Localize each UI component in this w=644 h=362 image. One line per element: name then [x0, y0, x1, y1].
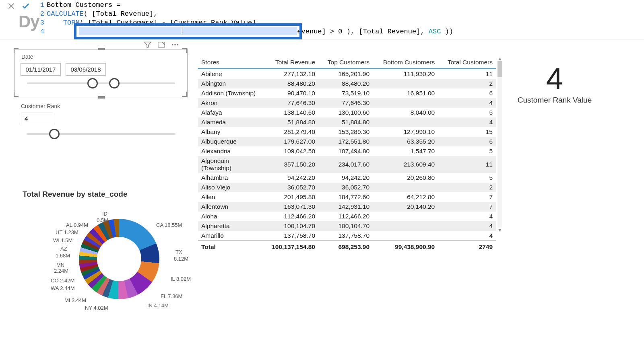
donut-label-az-a: AZ	[60, 246, 67, 252]
donut-label-co: CO 2.42M	[51, 278, 74, 284]
customer-rank-card[interactable]: 4 Customer Rank Value	[514, 64, 595, 105]
table-row[interactable]: Abington88,480.2088,480.202	[198, 79, 496, 88]
kpi-label: Customer Rank Value	[514, 96, 595, 105]
text-cursor	[182, 27, 182, 35]
data-table[interactable]: Stores Total Revenue Top Customers Botto…	[198, 56, 496, 252]
resize-corner-tl[interactable]	[14, 48, 20, 55]
resize-corner-bl[interactable]	[14, 92, 20, 98]
revenue-by-state-chart: Total Revenue by state_code CA 18.55M TX…	[14, 188, 188, 323]
donut-label-mi: MI 3.44M	[64, 297, 86, 303]
date-thumb-start[interactable]	[87, 78, 98, 88]
donut-label-id-b: 0.5M	[97, 217, 108, 223]
col-total-customers[interactable]: Total Customers	[438, 56, 496, 69]
resize-handle-top[interactable]	[98, 48, 105, 50]
svg-point-1	[172, 44, 173, 45]
formula-bar: Dy 1Bottom Customers = 2CALCULATE( [Tota…	[0, 0, 644, 39]
table-row[interactable]: Alexandria109,042.50107,494.801,547.705	[198, 146, 496, 156]
scroll-down-icon[interactable]: ▼	[497, 228, 502, 232]
resize-handle-bottom[interactable]	[98, 96, 105, 99]
customer-rank-slicer: Customer Rank 4	[14, 101, 188, 135]
scroll-thumb[interactable]	[497, 61, 502, 77]
donut-label-fl: FL 7.36M	[161, 293, 182, 299]
donut-label-in: IN 4.14M	[147, 302, 169, 309]
annotation-box	[74, 23, 302, 39]
table-row[interactable]: Allen201,495.80184,772.6064,212.807	[198, 192, 496, 202]
resize-corner-br[interactable]	[182, 92, 188, 98]
resize-corner-tr[interactable]	[182, 48, 188, 55]
donut-hole	[97, 237, 141, 281]
donut-label-az-b: 1.68M	[56, 253, 70, 259]
svg-point-3	[177, 44, 179, 45]
filter-icon[interactable]	[143, 40, 152, 49]
table-total-row: Total 100,137,154.80 698,253.90 99,438,9…	[198, 241, 496, 252]
scroll-up-icon[interactable]: ▲	[497, 56, 502, 61]
table-row[interactable]: Addison (Township)90,470.1073,519.1016,9…	[198, 88, 496, 98]
donut-label-il: IL 8.02M	[171, 276, 191, 282]
table-row[interactable]: Alafaya138,140.60130,100.608,040.005	[198, 108, 496, 117]
donut-label-al: AL 0.94M	[66, 222, 88, 228]
table-row[interactable]: Algonquin (Township)357,150.20234,017.60…	[198, 156, 496, 173]
donut-label-wi: WI 1.5M	[53, 237, 72, 243]
donut-visual[interactable]: CA 18.55M TX 8.12M IL 8.02M FL 7.36M IN …	[27, 203, 180, 323]
scroll-track[interactable]	[497, 61, 502, 228]
rank-thumb[interactable]	[49, 129, 60, 139]
donut-label-ny: NY 4.02M	[85, 305, 108, 311]
table-row[interactable]: Akron77,646.3077,646.304	[198, 98, 496, 108]
date-start-input[interactable]: 01/11/2017	[21, 63, 61, 76]
commit-icon[interactable]	[21, 2, 30, 12]
cancel-icon[interactable]	[7, 2, 16, 12]
rank-slicer-label: Customer Rank	[14, 101, 188, 112]
table-row[interactable]: Abilene277,132.10165,201.90111,930.2011	[198, 69, 496, 79]
date-slicer: Date 01/11/2017 03/06/2018	[14, 49, 188, 97]
rank-value-input[interactable]: 4	[21, 113, 53, 124]
donut-label-mn-a: MN	[56, 262, 64, 268]
donut-label-id-a: ID	[102, 211, 107, 217]
table-scrollbar[interactable]: ▲ ▼	[497, 56, 502, 232]
focus-mode-icon[interactable]	[157, 40, 166, 49]
date-end-input[interactable]: 03/06/2018	[66, 63, 106, 76]
table-row[interactable]: Alhambra94,242.2094,242.2020,260.805	[198, 173, 496, 183]
date-slicer-label: Date	[21, 53, 33, 60]
table-row[interactable]: Alpharetta100,104.70100,104.704	[198, 221, 496, 231]
col-top-customers[interactable]: Top Customers	[318, 56, 373, 69]
col-stores[interactable]: Stores	[198, 56, 262, 69]
donut-label-ca: CA 18.55M	[156, 222, 182, 228]
table-row[interactable]: Albany281,279.40153,289.30127,990.1015	[198, 127, 496, 137]
more-options-icon[interactable]	[171, 40, 180, 49]
table-body: Abilene277,132.10165,201.90111,930.2011A…	[198, 69, 496, 241]
table-row[interactable]: Allentown163,071.30142,931.1020,140.207	[198, 202, 496, 212]
table-row[interactable]: Albuquerque179,627.00172,551.8063,355.20…	[198, 137, 496, 146]
svg-point-2	[174, 44, 176, 45]
table-row[interactable]: Aliso Viejo36,052.7036,052.702	[198, 183, 496, 192]
kpi-value: 4	[514, 64, 595, 94]
date-thumb-end[interactable]	[109, 78, 120, 88]
table-header-row: Stores Total Revenue Top Customers Botto…	[198, 56, 496, 69]
code-line-1: Bottom Customers =	[47, 1, 121, 10]
col-bottom-customers[interactable]: Bottom Customers	[373, 56, 438, 69]
dax-editor[interactable]: 1Bottom Customers = 2CALCULATE( [Total R…	[37, 0, 644, 39]
donut-label-tx-b: 8.12M	[174, 256, 188, 262]
stores-table: Stores Total Revenue Top Customers Botto…	[198, 56, 496, 252]
col-total-revenue[interactable]: Total Revenue	[262, 56, 318, 69]
background-text: Dy	[19, 12, 39, 31]
donut-label-mn-b: 2.24M	[54, 268, 68, 274]
formula-actions: Dy	[0, 0, 37, 39]
table-row[interactable]: Amarillo137,758.70137,758.704	[198, 231, 496, 241]
table-row[interactable]: Aloha112,466.20112,466.204	[198, 212, 496, 221]
donut-label-tx-a: TX	[175, 249, 182, 255]
svg-rect-0	[158, 42, 165, 47]
rank-slider[interactable]	[27, 133, 175, 135]
donut-label-wa: WA 2.44M	[51, 285, 74, 291]
donut-label-ut: UT 1.23M	[56, 229, 78, 235]
donut-title: Total Revenue by state_code	[14, 188, 188, 203]
table-row[interactable]: Alameda51,884.8051,884.804	[198, 117, 496, 127]
date-range-slider[interactable]	[27, 82, 175, 84]
visual-header	[143, 40, 180, 49]
